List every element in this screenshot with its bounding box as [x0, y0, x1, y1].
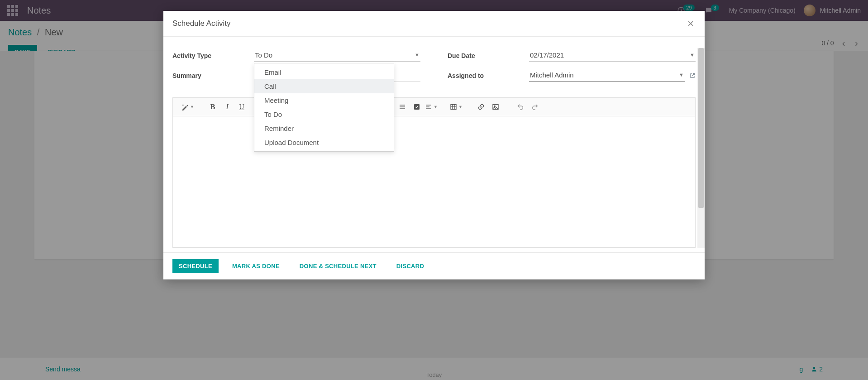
- due-date-field[interactable]: ▼: [529, 49, 696, 62]
- label-due-date: Due Date: [448, 52, 529, 59]
- activity-type-input[interactable]: [254, 49, 420, 62]
- modal-body: Activity Type ▼ Email Call Meeting To Do…: [163, 37, 705, 65]
- modal-title: Schedule Activity: [172, 19, 231, 28]
- schedule-activity-modal: Schedule Activity × Activity Type ▼ Emai…: [163, 11, 705, 65]
- label-activity-type: Activity Type: [172, 52, 254, 59]
- close-icon[interactable]: ×: [686, 18, 696, 29]
- due-date-input[interactable]: [529, 49, 696, 62]
- activity-type-field[interactable]: ▼: [254, 49, 420, 62]
- modal-header: Schedule Activity ×: [163, 11, 705, 37]
- activity-type-dropdown: Email Call Meeting To Do Reminder Upload…: [254, 63, 394, 65]
- modal-scrollbar[interactable]: [697, 48, 705, 65]
